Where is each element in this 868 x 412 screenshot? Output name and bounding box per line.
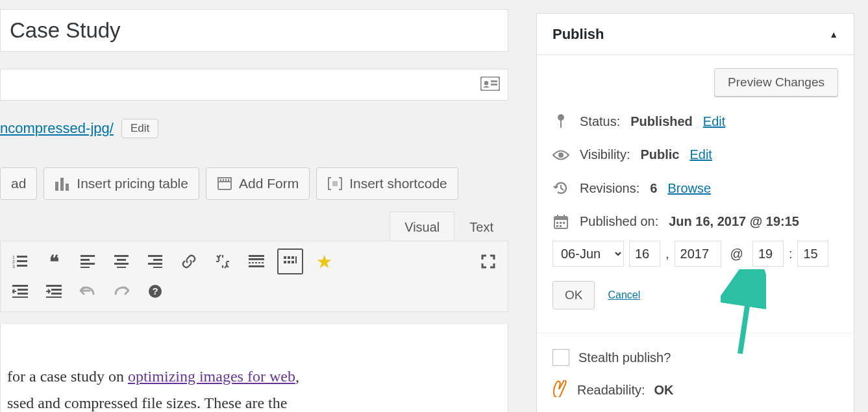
readability-row: Readability: OK bbox=[552, 380, 838, 400]
redo-icon[interactable] bbox=[108, 278, 134, 304]
toolbar-toggle-icon[interactable] bbox=[277, 248, 303, 274]
permalink-link[interactable]: ncompressed-jpg/ bbox=[0, 120, 114, 137]
svg-text:?: ? bbox=[152, 285, 158, 297]
star-icon[interactable]: ★ bbox=[311, 248, 337, 274]
svg-rect-36 bbox=[291, 261, 294, 263]
svg-point-1 bbox=[484, 80, 489, 85]
collapse-icon: ▲ bbox=[829, 29, 838, 40]
published-on-row: Published on: Jun 16, 2017 @ 19:15 bbox=[552, 214, 838, 229]
svg-rect-44 bbox=[51, 293, 62, 295]
id-card-icon bbox=[480, 77, 500, 93]
svg-rect-56 bbox=[560, 222, 562, 224]
post-title-input[interactable] bbox=[0, 9, 508, 52]
published-on-value: Jun 16, 2017 @ 19:15 bbox=[669, 214, 799, 229]
svg-rect-18 bbox=[81, 263, 95, 265]
visibility-row: Visibility: Public Edit bbox=[552, 147, 838, 162]
fullscreen-icon[interactable] bbox=[475, 248, 501, 274]
stealth-publish-row: Stealth publish? bbox=[552, 349, 838, 366]
svg-rect-27 bbox=[153, 267, 162, 268]
status-edit-link[interactable]: Edit bbox=[703, 114, 725, 129]
svg-rect-9 bbox=[332, 181, 338, 186]
blockquote-icon[interactable]: ❝ bbox=[41, 248, 67, 274]
download-button-label: ad bbox=[11, 176, 26, 191]
tab-visual[interactable]: Visual bbox=[390, 212, 454, 243]
date-controls: 06-Jun , @ : bbox=[552, 241, 838, 267]
svg-rect-28 bbox=[249, 255, 264, 257]
svg-rect-32 bbox=[288, 256, 290, 259]
content-text-1: for a case study on bbox=[7, 368, 128, 385]
svg-rect-2 bbox=[491, 80, 497, 82]
media-toolbar: ad Insert pricing table Add Form Insert … bbox=[0, 167, 508, 200]
readability-label: Readability: bbox=[577, 383, 645, 398]
form-button-label: Add Form bbox=[239, 176, 299, 191]
publish-panel: Publish ▲ Preview Changes Status: Publis… bbox=[536, 13, 854, 412]
shortcode-button-label: Insert shortcode bbox=[349, 176, 447, 191]
revisions-row: Revisions: 6 Browse bbox=[552, 180, 838, 196]
secondary-field[interactable] bbox=[0, 69, 508, 101]
status-row: Status: Published Edit bbox=[552, 114, 838, 129]
svg-rect-21 bbox=[117, 259, 126, 261]
minute-input[interactable] bbox=[797, 241, 828, 267]
form-icon bbox=[217, 176, 232, 191]
svg-rect-59 bbox=[560, 225, 562, 227]
editor-content[interactable]: for a case study on optimizing images fo… bbox=[0, 324, 508, 412]
permalink-edit-button[interactable]: Edit bbox=[121, 119, 158, 138]
tab-text[interactable]: Text bbox=[454, 212, 508, 243]
svg-rect-57 bbox=[563, 222, 565, 224]
cancel-link[interactable]: Cancel bbox=[608, 289, 640, 301]
year-input[interactable] bbox=[675, 241, 721, 267]
svg-rect-24 bbox=[148, 255, 162, 257]
insert-pricing-table-button[interactable]: Insert pricing table bbox=[43, 167, 199, 200]
help-icon[interactable]: ? bbox=[142, 278, 168, 304]
undo-icon[interactable] bbox=[75, 278, 101, 304]
insert-shortcode-button[interactable]: Insert shortcode bbox=[316, 167, 458, 200]
indent-icon[interactable] bbox=[41, 278, 67, 304]
svg-rect-37 bbox=[295, 256, 297, 263]
content-text-2: , bbox=[295, 368, 299, 385]
permalink-row: ncompressed-jpg/ Edit bbox=[0, 119, 158, 138]
hour-input[interactable] bbox=[752, 241, 784, 267]
stealth-publish-checkbox[interactable] bbox=[552, 349, 569, 366]
day-input[interactable] bbox=[629, 241, 660, 267]
visibility-value: Public bbox=[640, 147, 679, 162]
svg-text:3: 3 bbox=[12, 264, 15, 269]
svg-rect-31 bbox=[284, 256, 286, 259]
revisions-value: 6 bbox=[650, 181, 657, 196]
svg-rect-52 bbox=[554, 217, 567, 220]
content-text-3: ssed and compressed file sizes. These ar… bbox=[7, 394, 287, 411]
svg-point-48 bbox=[558, 114, 564, 121]
revisions-label: Revisions: bbox=[580, 181, 639, 196]
pin-icon bbox=[552, 114, 569, 129]
svg-rect-38 bbox=[12, 285, 28, 287]
numbered-list-icon[interactable]: 123 bbox=[7, 248, 33, 274]
download-button[interactable]: ad bbox=[0, 167, 37, 200]
stealth-publish-label: Stealth publish? bbox=[578, 350, 671, 365]
published-on-label: Published on: bbox=[580, 214, 658, 229]
month-select[interactable]: 06-Jun bbox=[552, 241, 624, 267]
svg-rect-53 bbox=[557, 215, 558, 218]
align-center-icon[interactable] bbox=[108, 248, 134, 274]
editor-toolbar: 123 ❝ ★ ? bbox=[0, 241, 508, 312]
pricing-button-label: Insert pricing table bbox=[77, 176, 188, 191]
content-link[interactable]: optimizing images for web bbox=[128, 368, 295, 385]
ok-button[interactable]: OK bbox=[552, 281, 595, 309]
read-more-icon[interactable] bbox=[243, 248, 269, 274]
align-left-icon[interactable] bbox=[75, 248, 101, 274]
svg-rect-42 bbox=[46, 285, 62, 287]
visibility-edit-link[interactable]: Edit bbox=[689, 147, 712, 162]
add-form-button[interactable]: Add Form bbox=[206, 167, 310, 200]
revisions-browse-link[interactable]: Browse bbox=[667, 181, 711, 196]
outdent-icon[interactable] bbox=[7, 278, 33, 304]
svg-rect-55 bbox=[556, 222, 558, 224]
svg-rect-40 bbox=[18, 293, 28, 295]
preview-changes-button[interactable]: Preview Changes bbox=[714, 68, 838, 97]
svg-rect-16 bbox=[81, 255, 95, 257]
link-icon[interactable] bbox=[176, 248, 202, 274]
unlink-icon[interactable] bbox=[210, 248, 236, 274]
svg-rect-17 bbox=[81, 259, 90, 261]
history-icon bbox=[552, 180, 569, 196]
publish-panel-header[interactable]: Publish ▲ bbox=[537, 14, 854, 55]
align-right-icon[interactable] bbox=[142, 248, 168, 274]
svg-rect-26 bbox=[148, 263, 162, 265]
svg-rect-49 bbox=[560, 120, 562, 128]
